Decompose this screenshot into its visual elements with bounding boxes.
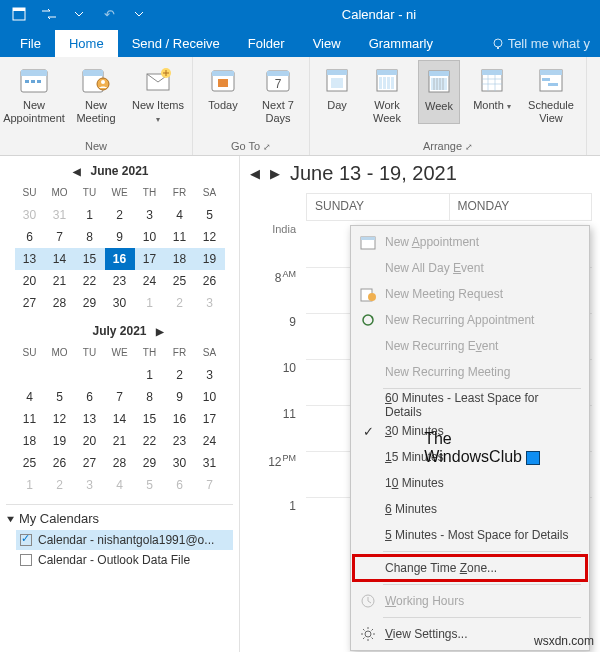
minical-day[interactable]: 3 — [75, 474, 105, 496]
minical-day[interactable]: 15 — [75, 248, 105, 270]
minical-day[interactable]: 27 — [75, 452, 105, 474]
minical-day[interactable]: 2 — [165, 292, 195, 314]
tab-file[interactable]: File — [6, 30, 55, 57]
minical-day[interactable]: 1 — [75, 204, 105, 226]
minical-day[interactable]: 3 — [195, 364, 225, 386]
minical-day[interactable]: 14 — [45, 248, 75, 270]
minical-day[interactable]: 18 — [15, 430, 45, 452]
minical-day[interactable]: 12 — [195, 226, 225, 248]
minical-day[interactable]: 4 — [15, 386, 45, 408]
minical-day[interactable]: 24 — [135, 270, 165, 292]
minical-next-icon[interactable]: ▶ — [153, 326, 167, 337]
minical-day[interactable]: 5 — [195, 204, 225, 226]
minical-day[interactable]: 23 — [165, 430, 195, 452]
minical-day[interactable]: 11 — [165, 226, 195, 248]
tab-grammarly[interactable]: Grammarly — [355, 30, 447, 57]
btn-day[interactable]: Day — [318, 60, 356, 124]
minical-day[interactable]: 17 — [195, 408, 225, 430]
minical-day[interactable]: 20 — [75, 430, 105, 452]
menu-item[interactable]: Change Time Zone... — [353, 555, 587, 581]
menu-item[interactable]: 60 Minutes - Least Space for Details — [353, 392, 587, 418]
minical-day[interactable]: 3 — [135, 204, 165, 226]
minical-day[interactable]: 23 — [105, 270, 135, 292]
minical-day[interactable]: 18 — [165, 248, 195, 270]
minical-day[interactable]: 30 — [165, 452, 195, 474]
minical-day[interactable]: 4 — [165, 204, 195, 226]
minical-day[interactable]: 31 — [195, 452, 225, 474]
btn-schedule[interactable]: Schedule View — [524, 60, 578, 124]
checkbox-icon[interactable] — [20, 534, 32, 546]
btn-week[interactable]: Week — [418, 60, 460, 124]
menu-item[interactable]: 5 Minutes - Most Space for Details — [353, 522, 587, 548]
checkbox-icon[interactable] — [20, 554, 32, 566]
minical-day[interactable]: 14 — [105, 408, 135, 430]
minical-day[interactable]: 10 — [135, 226, 165, 248]
minical-day[interactable]: 12 — [45, 408, 75, 430]
minical-day[interactable]: 21 — [45, 270, 75, 292]
minical-day[interactable]: 3 — [195, 292, 225, 314]
minical-day[interactable]: 5 — [45, 386, 75, 408]
minical-grid-2[interactable]: SUMOTUWETHFRSA12345678910111213141516171… — [6, 342, 233, 496]
prev-week-icon[interactable]: ◀ — [250, 166, 260, 181]
minical-day[interactable]: 7 — [105, 386, 135, 408]
tab-folder[interactable]: Folder — [234, 30, 299, 57]
minical-day[interactable]: 26 — [45, 452, 75, 474]
minical-day[interactable]: 5 — [135, 474, 165, 496]
calendar-item[interactable]: Calendar - nishantgola1991@o... — [16, 530, 233, 550]
minical-day[interactable]: 22 — [135, 430, 165, 452]
tell-me[interactable]: Tell me what y — [482, 30, 600, 57]
minical-day[interactable]: 10 — [195, 386, 225, 408]
minical-day[interactable]: 25 — [165, 270, 195, 292]
minical-day[interactable]: 21 — [105, 430, 135, 452]
minical-day[interactable]: 31 — [45, 204, 75, 226]
qa-undo-icon[interactable]: ↶ — [96, 1, 122, 27]
minical-day[interactable]: 13 — [75, 408, 105, 430]
menu-item[interactable]: 6 Minutes — [353, 496, 587, 522]
minical-prev-icon[interactable]: ◀ — [70, 166, 84, 177]
minical-day[interactable] — [15, 364, 45, 386]
btn-workweek[interactable]: Work Week — [366, 60, 408, 124]
tab-home[interactable]: Home — [55, 30, 118, 57]
minical-day[interactable]: 2 — [45, 474, 75, 496]
minical-day[interactable]: 1 — [135, 292, 165, 314]
minical-day[interactable]: 28 — [45, 292, 75, 314]
minical-day[interactable]: 11 — [15, 408, 45, 430]
minical-day[interactable]: 19 — [45, 430, 75, 452]
minical-day[interactable]: 17 — [135, 248, 165, 270]
minical-day[interactable] — [105, 364, 135, 386]
btn-new-items[interactable]: New Items ▾ — [132, 60, 184, 124]
minical-day[interactable]: 7 — [45, 226, 75, 248]
minical-day[interactable]: 8 — [75, 226, 105, 248]
minical-day[interactable]: 22 — [75, 270, 105, 292]
minical-day[interactable]: 16 — [105, 248, 135, 270]
day-col-mon[interactable]: MONDAY — [450, 194, 592, 220]
minical-day[interactable]: 27 — [15, 292, 45, 314]
minical-day[interactable]: 8 — [135, 386, 165, 408]
minical-day[interactable]: 13 — [15, 248, 45, 270]
minical-day[interactable]: 19 — [195, 248, 225, 270]
minical-day[interactable]: 20 — [15, 270, 45, 292]
day-col-sun[interactable]: SUNDAY — [307, 194, 450, 220]
minical-day[interactable]: 2 — [105, 204, 135, 226]
tab-sendreceive[interactable]: Send / Receive — [118, 30, 234, 57]
btn-open-calendar[interactable]: OpeCalen — [595, 60, 600, 124]
btn-new-meeting[interactable]: New Meeting — [70, 60, 122, 124]
minical-day[interactable]: 26 — [195, 270, 225, 292]
btn-next7[interactable]: 7 Next 7 Days — [255, 60, 301, 124]
btn-month[interactable]: Month ▾ — [470, 60, 514, 124]
minical-day[interactable]: 2 — [165, 364, 195, 386]
minical-day[interactable] — [75, 364, 105, 386]
minical-day[interactable]: 6 — [165, 474, 195, 496]
minical-day[interactable]: 1 — [15, 474, 45, 496]
minical-day[interactable]: 9 — [165, 386, 195, 408]
minical-day[interactable]: 28 — [105, 452, 135, 474]
minical-day[interactable]: 30 — [15, 204, 45, 226]
minical-day[interactable]: 16 — [165, 408, 195, 430]
menu-item[interactable]: 10 Minutes — [353, 470, 587, 496]
qa-sendreceive-icon[interactable] — [36, 1, 62, 27]
minical-day[interactable]: 29 — [75, 292, 105, 314]
qa-dropdown2-icon[interactable] — [126, 1, 152, 27]
qa-menu-icon[interactable] — [6, 1, 32, 27]
calendar-item[interactable]: Calendar - Outlook Data File — [20, 550, 233, 570]
btn-today[interactable]: Today — [201, 60, 245, 124]
